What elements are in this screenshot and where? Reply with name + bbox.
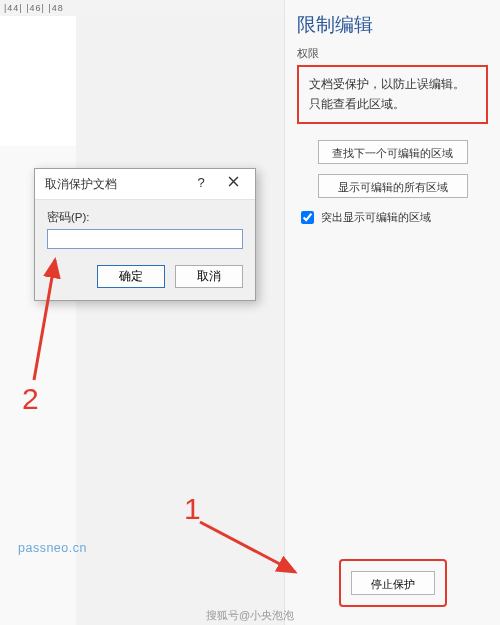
dialog-title: 取消保护文档 — [45, 176, 185, 193]
unprotect-document-dialog: 取消保护文档 ? 密码(P): 确定 取消 — [34, 168, 256, 301]
annotation-number-1: 1 — [184, 492, 201, 526]
highlight-editable-checkbox-row[interactable]: 突出显示可编辑的区域 — [297, 211, 431, 223]
stop-protection-highlight-box: 停止保护 — [339, 559, 447, 607]
pane-title: 限制编辑 — [297, 12, 488, 38]
show-all-editable-button[interactable]: 显示可编辑的所有区域 — [318, 174, 468, 198]
dialog-titlebar[interactable]: 取消保护文档 ? — [35, 169, 255, 200]
info-line-2: 只能查看此区域。 — [309, 95, 476, 115]
stop-protection-button[interactable]: 停止保护 — [351, 571, 435, 595]
annotation-number-2: 2 — [22, 382, 39, 416]
highlight-editable-checkbox[interactable] — [301, 211, 314, 224]
pane-subheading: 权限 — [297, 46, 488, 61]
footer-credit: 搜狐号@小央泡泡 — [206, 608, 294, 623]
document-page-edge — [0, 16, 77, 146]
watermark-text: passneo.cn — [18, 541, 87, 555]
ruler-marks: |44| |46| |48 — [4, 3, 64, 13]
ok-button[interactable]: 确定 — [97, 265, 165, 288]
close-icon[interactable] — [217, 173, 249, 195]
document-gray-margin — [76, 16, 284, 625]
protection-info-box: 文档受保护，以防止误编辑。 只能查看此区域。 — [297, 65, 488, 124]
info-line-1: 文档受保护，以防止误编辑。 — [309, 75, 476, 95]
password-input[interactable] — [47, 229, 243, 249]
highlight-editable-label: 突出显示可编辑的区域 — [321, 211, 431, 223]
password-label: 密码(P): — [47, 210, 243, 225]
restrict-editing-pane: 限制编辑 权限 文档受保护，以防止误编辑。 只能查看此区域。 查找下一个可编辑的… — [284, 0, 500, 625]
dialog-button-row: 确定 取消 — [47, 265, 243, 288]
find-next-editable-button[interactable]: 查找下一个可编辑的区域 — [318, 140, 468, 164]
help-icon[interactable]: ? — [185, 173, 217, 195]
dialog-body: 密码(P): 确定 取消 — [35, 200, 255, 300]
cancel-button[interactable]: 取消 — [175, 265, 243, 288]
